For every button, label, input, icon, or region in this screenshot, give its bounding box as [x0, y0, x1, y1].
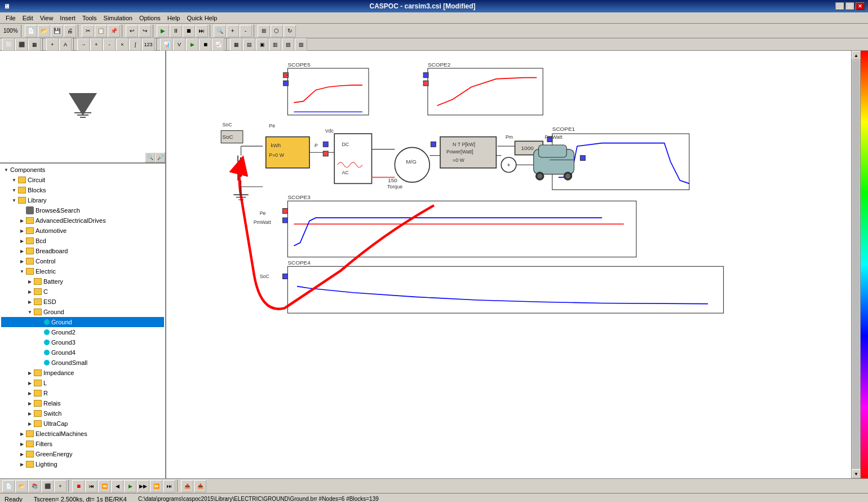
- tree-expander-library[interactable]: ▼: [10, 196, 18, 204]
- tree-expander-ultracap[interactable]: ▶: [26, 420, 34, 428]
- menu-view[interactable]: View: [37, 12, 57, 23]
- tree-item-library[interactable]: ▼Library: [1, 195, 164, 205]
- cut-button[interactable]: ✂: [82, 25, 94, 37]
- tree-expander-esd[interactable]: ▶: [26, 298, 34, 306]
- tree-item-lighting[interactable]: ▶Lighting: [1, 459, 164, 469]
- tree-item-advancedelectricaldrives[interactable]: ▶AdvancedElectricalDrives: [1, 215, 164, 226]
- t2-scope[interactable]: 📊: [160, 38, 172, 51]
- tree-item-electricalmachines[interactable]: ▶ElectricalMachines: [1, 429, 164, 439]
- tree-item-battery[interactable]: ▶Battery: [1, 276, 164, 287]
- t2-table3[interactable]: ▣: [256, 38, 268, 51]
- power-display-block[interactable]: N T P[kW] Power[Watt] =0 W: [440, 137, 496, 168]
- tree-item-blocks[interactable]: ▼Blocks: [1, 185, 164, 195]
- t2-meter[interactable]: V: [173, 38, 185, 51]
- t2-btn10[interactable]: ∫: [129, 38, 141, 51]
- paste-button[interactable]: 📌: [108, 25, 120, 37]
- tree-expander-lighting[interactable]: ▶: [18, 460, 26, 468]
- scroll-down-btn[interactable]: ▼: [852, 469, 861, 478]
- scroll-up-btn[interactable]: ▲: [852, 51, 861, 60]
- tree-expander-r[interactable]: ▶: [26, 389, 34, 397]
- t2-btn5[interactable]: A: [59, 38, 72, 51]
- preview-zoom-out[interactable]: 🔎: [155, 152, 165, 162]
- tree-item-impedance[interactable]: ▶Impedance: [1, 368, 164, 378]
- t2-table4[interactable]: ▥: [269, 38, 281, 51]
- t2-btn3[interactable]: ▦: [28, 38, 41, 51]
- menu-insert[interactable]: Insert: [56, 12, 79, 23]
- menu-simulation[interactable]: Simulation: [100, 12, 136, 23]
- tree-item-ground4[interactable]: Ground4: [1, 347, 164, 358]
- pause-button[interactable]: ⏸: [170, 25, 182, 37]
- tree-item-ground[interactable]: ▼Ground: [1, 307, 164, 317]
- zoom-fit-button[interactable]: 🔍: [214, 25, 226, 37]
- motor-generator-block[interactable]: M/G: [395, 142, 436, 182]
- bt-export2[interactable]: 📥: [194, 480, 206, 492]
- bt-prev[interactable]: ⏪: [98, 480, 110, 492]
- menu-options[interactable]: Options: [136, 12, 164, 23]
- tree-item-bcd[interactable]: ▶Bcd: [1, 236, 164, 246]
- t2-table6[interactable]: ▨: [295, 38, 307, 51]
- bt-play3[interactable]: ▶: [124, 480, 136, 492]
- t2-play2[interactable]: ▶: [186, 38, 198, 51]
- bt-step-back[interactable]: ◀: [111, 480, 123, 492]
- tree-item-breadboard[interactable]: ▶Breadboard: [1, 246, 164, 256]
- tree-expander-battery[interactable]: ▶: [26, 278, 34, 285]
- tree-expander-breadboard[interactable]: ▶: [18, 247, 26, 255]
- menu-quickhelp[interactable]: Quick Help: [183, 12, 220, 23]
- tree-expander-l[interactable]: ▶: [26, 379, 34, 387]
- preview-zoom-in[interactable]: 🔍: [145, 152, 155, 162]
- tree-expander-impedance[interactable]: ▶: [26, 369, 34, 377]
- t2-btn11[interactable]: 123: [142, 38, 154, 51]
- rotate-button[interactable]: ↻: [284, 25, 296, 37]
- menu-edit[interactable]: Edit: [19, 12, 37, 23]
- component-tree[interactable]: ▼Components▼Circuit▼Blocks▼LibraryBrowse…: [0, 164, 165, 478]
- menu-help[interactable]: Help: [164, 12, 184, 23]
- tree-expander-bcd[interactable]: ▶: [18, 237, 26, 245]
- undo-button[interactable]: ↩: [126, 25, 138, 37]
- vertical-scrollbar[interactable]: ▲ ▼: [851, 51, 860, 478]
- bt-new[interactable]: 📄: [2, 480, 15, 492]
- stop-button[interactable]: ⏹: [183, 25, 195, 37]
- tree-item-filters[interactable]: ▶Filters: [1, 439, 164, 449]
- maximize-button[interactable]: □: [845, 2, 854, 10]
- open-button[interactable]: 📂: [38, 25, 50, 37]
- zoom-out-button[interactable]: -: [240, 25, 252, 37]
- tree-item-electric[interactable]: ▼Electric: [1, 266, 164, 276]
- bt-stop[interactable]: ⏹: [72, 480, 85, 492]
- bt-lib[interactable]: 📚: [28, 480, 41, 492]
- redo-button[interactable]: ↪: [139, 25, 151, 37]
- tree-expander-automotive[interactable]: ▶: [18, 227, 26, 235]
- preview-toolbar[interactable]: 🔍 🔎: [145, 152, 165, 162]
- bt-end[interactable]: ⏭: [163, 480, 175, 492]
- bt-wire[interactable]: +: [54, 480, 67, 492]
- tree-item-c[interactable]: ▶C: [1, 287, 164, 297]
- tree-expander-circuit[interactable]: ▼: [10, 176, 18, 184]
- copy-button[interactable]: 📋: [95, 25, 107, 37]
- wire-button[interactable]: ⬡: [271, 25, 283, 37]
- sum-block[interactable]: +: [501, 157, 516, 173]
- new-button[interactable]: 📄: [25, 25, 37, 37]
- tree-expander-blocks[interactable]: ▼: [10, 186, 18, 194]
- bt-open[interactable]: 📂: [15, 480, 28, 492]
- tree-expander-control[interactable]: ▶: [18, 257, 26, 265]
- t2-btn6[interactable]: →: [77, 38, 90, 51]
- tree-item-groundsmall[interactable]: GroundSmall: [1, 358, 164, 368]
- run-button[interactable]: ▶: [157, 25, 169, 37]
- t2-table5[interactable]: ▧: [282, 38, 294, 51]
- tree-expander-ground[interactable]: ▼: [26, 308, 34, 316]
- t2-chart[interactable]: 📈: [212, 38, 224, 51]
- tree-item-relais[interactable]: ▶Relais: [1, 398, 164, 408]
- soc-block[interactable]: SoC SoC: [221, 122, 243, 143]
- tree-item-components[interactable]: ▼Components: [1, 165, 164, 175]
- tree-item-ground3[interactable]: Ground3: [1, 337, 164, 347]
- tree-expander-switch[interactable]: ▶: [26, 409, 34, 417]
- tree-expander-filters[interactable]: ▶: [18, 440, 26, 448]
- bt-rew[interactable]: ⏮: [85, 480, 98, 492]
- t2-stop2[interactable]: ⏹: [199, 38, 211, 51]
- power-block[interactable]: kWh P=0 W P Pe: [266, 123, 318, 168]
- window-controls[interactable]: _ □ ✕: [835, 2, 865, 10]
- tree-expander-electric[interactable]: ▼: [18, 267, 26, 275]
- bt-comp[interactable]: ⬛: [41, 480, 54, 492]
- tree-item-switch[interactable]: ▶Switch: [1, 408, 164, 419]
- t2-table1[interactable]: ▦: [230, 38, 242, 51]
- save-button[interactable]: 💾: [51, 25, 63, 37]
